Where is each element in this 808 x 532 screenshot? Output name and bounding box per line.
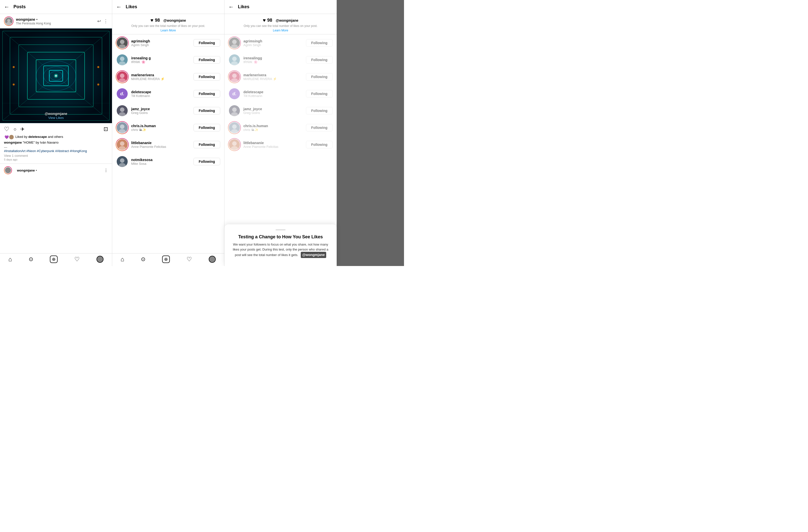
user-handle[interactable]: agrimsingh [131, 39, 194, 43]
user-handle[interactable]: marlenerivera [243, 73, 306, 77]
nav-heart[interactable]: ♡ [74, 256, 80, 263]
user-info-7: notmikesosa Mike Sosa [131, 158, 194, 166]
nav-search-m[interactable]: ⊙ [141, 256, 145, 263]
post-avatar[interactable] [4, 16, 14, 26]
user-handle[interactable]: irenealing g [131, 56, 194, 60]
second-post-more[interactable]: ⋮ [104, 168, 108, 173]
user-avatar-3[interactable]: d. [116, 88, 128, 100]
learn-more-right[interactable]: Learn More [228, 28, 333, 32]
nav-profile-m[interactable] [209, 256, 216, 263]
back-button-right[interactable]: ← [228, 4, 234, 10]
bottom-sheet[interactable]: Testing a Change to How You See Likes We… [224, 224, 337, 266]
user-avatar-2[interactable] [228, 71, 240, 83]
view-likes-link[interactable]: View Likes [0, 114, 112, 121]
user-avatar-1[interactable] [228, 54, 240, 66]
svg-point-41 [232, 57, 237, 61]
second-post-header: wongmjane • ⋮ [0, 164, 112, 177]
nav-home[interactable]: ⌂ [8, 256, 12, 263]
follow-button-4[interactable]: Following [306, 107, 333, 114]
post-footer: ♡ ○ ✈ ⊡ 💜 Liked by deletescape and other… [0, 123, 112, 164]
user-avatar-6[interactable] [228, 139, 240, 151]
user-name: Anne Piamonte Felicitas [131, 145, 194, 149]
overlay-bg [337, 0, 404, 266]
follow-button-6[interactable]: Following [306, 141, 333, 148]
follow-button-1[interactable]: Following [194, 56, 220, 63]
caption-user[interactable]: wongmjane [4, 140, 22, 144]
user-name: MARLENE RIVERA ⚡ [131, 77, 194, 81]
user-item: jamz_joyce Greg Goins Following [224, 102, 337, 119]
sheet-text: We want your followers to focus on what … [231, 242, 331, 258]
user-avatar-2[interactable] [116, 71, 128, 83]
post-username[interactable]: wongmjane • [16, 17, 97, 22]
user-handle[interactable]: littlebananie [131, 141, 194, 145]
follow-button-5[interactable]: Following [306, 124, 333, 131]
user-handle[interactable]: marlenerivera [131, 73, 194, 77]
user-handle[interactable]: agrimsingh [243, 39, 306, 43]
user-handle[interactable]: deletescape [131, 90, 194, 94]
user-avatar-0[interactable] [116, 37, 128, 49]
svg-point-26 [119, 44, 126, 49]
svg-point-40 [231, 44, 238, 49]
liked-avatar-sm [9, 135, 14, 139]
share-icon[interactable]: ↩ [97, 18, 101, 24]
back-button-middle[interactable]: ← [116, 4, 122, 10]
more-icon[interactable]: ⋮ [104, 18, 108, 24]
nav-profile[interactable] [96, 256, 104, 263]
user-name: IRNW. 🌸 [243, 60, 306, 64]
follow-button-0[interactable]: Following [194, 39, 220, 46]
user-avatar-0[interactable] [228, 37, 240, 49]
user-handle[interactable]: chris.is.human [243, 124, 306, 128]
user-avatar-3[interactable]: d. [228, 88, 240, 100]
comment-icon[interactable]: ○ [14, 127, 16, 132]
follow-button-0[interactable]: Following [306, 39, 333, 46]
send-icon[interactable]: ✈ [20, 126, 25, 132]
nav-heart-m[interactable]: ♡ [186, 256, 192, 263]
svg-point-45 [232, 108, 237, 112]
likes-count-middle: ♥ 98 @wongmjane [116, 17, 220, 23]
user-info-0: agrimsingh Agrim Singh [243, 39, 306, 47]
user-avatar-1[interactable] [116, 54, 128, 66]
follow-button-3[interactable]: Following [194, 90, 220, 97]
svg-point-28 [119, 61, 126, 65]
user-handle[interactable]: jamz_joyce [243, 107, 306, 111]
user-handle[interactable]: notmikesosa [131, 158, 194, 162]
user-name: Anne Piamonte Felicitas [243, 145, 306, 149]
user-handle[interactable]: littlebananie [243, 141, 306, 145]
bookmark-icon[interactable]: ⊡ [104, 126, 108, 132]
comments-link[interactable]: View 1 comment [4, 154, 108, 157]
follow-button-2[interactable]: Following [306, 73, 333, 80]
liked-by-text: 💜 Liked by deletescape and others [4, 135, 108, 139]
nav-add[interactable]: ⊕ [50, 255, 58, 263]
learn-more-middle[interactable]: Learn More [116, 28, 220, 32]
follow-button-7[interactable]: Following [194, 158, 220, 165]
user-item: littlebananie Anne Piamonte Felicitas Fo… [224, 136, 337, 153]
follow-button-1[interactable]: Following [306, 56, 333, 63]
user-item: marlenerivera MARLENE RIVERA ⚡ Following [112, 68, 224, 85]
user-avatar-4[interactable] [228, 105, 240, 117]
user-avatar-6[interactable] [116, 139, 128, 151]
follow-button-6[interactable]: Following [194, 141, 220, 148]
hashtags[interactable]: #InstallationArt #Neon #Cyberpunk #Abstr… [4, 149, 108, 153]
second-post-avatar[interactable] [4, 166, 12, 174]
back-button[interactable]: ← [4, 4, 10, 10]
caption-sep: --- [4, 145, 108, 149]
nav-home-m[interactable]: ⌂ [121, 256, 125, 263]
user-avatar-7[interactable] [116, 155, 128, 168]
user-handle[interactable]: irenealingg [243, 56, 306, 60]
second-post-username[interactable]: wongmjane [17, 169, 35, 172]
follow-button-3[interactable]: Following [306, 90, 333, 97]
like-icon[interactable]: ♡ [4, 126, 10, 133]
user-handle[interactable]: deletescape [243, 90, 306, 94]
follow-button-5[interactable]: Following [194, 124, 220, 131]
liked-user[interactable]: deletescape [29, 135, 47, 139]
post-actions: ↩ ⋮ [97, 18, 108, 24]
follow-button-2[interactable]: Following [194, 73, 220, 80]
user-avatar-5[interactable] [116, 122, 128, 134]
user-avatar-4[interactable] [116, 105, 128, 117]
follow-button-4[interactable]: Following [194, 107, 220, 114]
nav-search[interactable]: ⊙ [29, 256, 33, 263]
user-avatar-5[interactable] [228, 122, 240, 134]
nav-add-m[interactable]: ⊕ [162, 255, 170, 263]
user-handle[interactable]: jamz_joyce [131, 107, 194, 111]
user-handle[interactable]: chris.is.human [131, 124, 194, 128]
